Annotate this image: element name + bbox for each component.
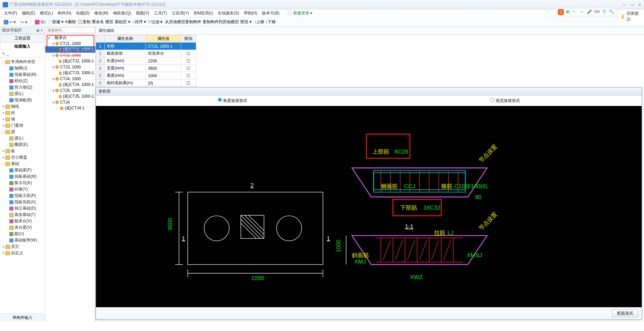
ime-skin-icon[interactable]: 👕 xyxy=(601,9,607,15)
tab-draw-input[interactable]: 绘图输入 xyxy=(0,42,45,50)
component-node[interactable]: ∨CTJ2, 1000 xyxy=(45,53,95,58)
nav-node[interactable]: 筏板主筋(R) xyxy=(1,192,44,199)
nav-node[interactable]: +墙 xyxy=(1,116,44,122)
menu-edit[interactable]: 编辑(E) xyxy=(20,10,37,17)
component-node[interactable]: (底)CTJ2, 1000-1 xyxy=(45,58,95,64)
ime-tool-icon[interactable]: 🔧 xyxy=(609,9,614,15)
component-node[interactable]: (底)CTJ4, 1000-1 xyxy=(45,81,95,88)
property-row[interactable]: 2截面形状矩形承台☐ xyxy=(96,50,196,57)
component-node[interactable]: ∨⛶ 桩承台 xyxy=(45,35,95,41)
nav-node[interactable]: 承台梁(V) xyxy=(1,224,44,231)
nav-node[interactable]: 剪力墙(Q) xyxy=(1,84,44,91)
nav-node[interactable]: 梁(L) xyxy=(1,91,44,97)
menu-floor[interactable]: 楼层(L) xyxy=(38,10,55,17)
move-up-button[interactable]: ↑上移 xyxy=(254,19,264,25)
property-row[interactable]: 6相对底标高(m)(0)☐ xyxy=(96,79,196,87)
move-down-button[interactable]: ↓下移 xyxy=(266,19,276,25)
copy-button[interactable]: 📋复制 xyxy=(77,19,91,25)
ime-voice-icon[interactable]: 🎤 xyxy=(587,9,592,15)
radio-bottom-slope[interactable]: 底宽放坡形式 xyxy=(490,98,520,104)
copy-to-floor-button[interactable]: 复制构件到其他楼层 xyxy=(203,19,239,25)
component-node[interactable]: ∨CTJ3, 1000 xyxy=(45,64,95,70)
nav-node[interactable]: 柱墩(Y) xyxy=(1,186,44,192)
ime-emoji-icon[interactable]: ☺ xyxy=(579,9,585,15)
nav-node[interactable]: 基础板带(W) xyxy=(1,237,44,243)
maximize-button[interactable]: ▭ xyxy=(630,2,634,7)
nav-node[interactable]: 现浇板(B) xyxy=(1,97,44,103)
nav-node[interactable]: +空心楼盖 xyxy=(1,154,44,161)
nav-node[interactable]: +板 xyxy=(1,148,44,154)
nav-node[interactable]: +门窗洞 xyxy=(1,122,44,129)
nav-node[interactable]: −常用构件类型 xyxy=(1,59,44,65)
nav-node[interactable]: 筏板基础(M) xyxy=(1,71,44,78)
minimize-button[interactable]: — xyxy=(622,2,626,7)
nav-node[interactable]: 筏板基础(M) xyxy=(1,173,44,180)
search-input[interactable] xyxy=(46,27,95,33)
nav-node[interactable]: +自定义 xyxy=(1,250,44,256)
copy-from-floor-button[interactable]: 从其他楼层复制构件 xyxy=(165,19,201,25)
floor-select[interactable]: 基础层 ▾ xyxy=(115,19,130,25)
nav-node[interactable]: 独立基础(D) xyxy=(1,205,44,212)
menu-online[interactable]: 在线服务(S) xyxy=(216,10,241,17)
nav-node[interactable]: 框柱(Z) xyxy=(1,78,44,84)
menu-tools[interactable]: 工具(T) xyxy=(152,10,169,17)
nav-node[interactable]: 桩(U) xyxy=(1,231,44,237)
component-node[interactable]: (底)CTJ3, 1000-1 xyxy=(45,70,95,76)
component-node[interactable]: ∨CTJ4, 1000 xyxy=(45,76,95,81)
menu-help[interactable]: 帮助(H) xyxy=(242,10,260,17)
radio-angle-slope[interactable]: 角度放坡形式 xyxy=(218,98,247,104)
menu-view[interactable]: 视图(V) xyxy=(134,10,151,17)
sort-button[interactable]: ↕排序 ▾ xyxy=(133,19,146,25)
menu-bim[interactable]: BIM应用(I) xyxy=(192,10,215,17)
menu-cloud[interactable]: 云应用(Y) xyxy=(170,10,191,17)
menu-file[interactable]: 文件(F) xyxy=(2,10,19,17)
nav-node[interactable]: +其它 xyxy=(1,243,44,250)
nav-node[interactable]: −梁 xyxy=(1,129,44,135)
nav-node[interactable]: 圈梁(E) xyxy=(1,142,44,148)
ime-lang[interactable]: 中 xyxy=(566,9,570,15)
diagram-canvas[interactable]: 2200 3600 2 1 1 上部筋 8C28 xyxy=(96,106,642,307)
tab-engineering[interactable]: 工程设置 xyxy=(0,34,45,42)
ime-punct-icon[interactable]: •, xyxy=(572,9,577,15)
nav-node[interactable]: −基础 xyxy=(1,161,44,167)
component-node[interactable]: ∨CTJ4 xyxy=(45,100,95,105)
component-node[interactable]: ∨CTJ5, 1000 xyxy=(45,88,95,93)
panel-pin-icon[interactable]: ⊕ × xyxy=(36,28,43,33)
nav-node[interactable]: 条形基础(T) xyxy=(1,212,44,218)
nav-node[interactable]: 基础梁(F) xyxy=(1,167,44,173)
menu-rebar[interactable]: 钢筋量(Q) xyxy=(111,10,133,17)
ime-keyboard-icon[interactable]: ⌨ xyxy=(594,9,599,15)
menu-draw[interactable]: 绘图(D) xyxy=(74,10,92,17)
nav-node[interactable]: +轴线 xyxy=(1,103,44,110)
menu-component[interactable]: 构件(N) xyxy=(56,10,73,17)
component-node[interactable]: (底)CTJ4-1 xyxy=(45,105,95,111)
property-row[interactable]: 4宽度(mm)3600☐ xyxy=(96,65,196,72)
rebar-form-button[interactable]: 配筋形式 xyxy=(612,310,638,317)
new-button[interactable]: 📄新建 ▾ xyxy=(47,19,63,25)
undo-button[interactable]: ↩ ▾ xyxy=(2,19,17,25)
rename-button[interactable]: 重命名 xyxy=(92,19,104,25)
close-button[interactable]: ✕ xyxy=(638,2,641,7)
property-row[interactable]: 3长度(mm)2200☐ xyxy=(96,57,196,65)
redo-button[interactable]: ↪ ▾ xyxy=(19,19,29,25)
nav-node[interactable]: 桩承台(V) xyxy=(1,218,44,224)
find-button[interactable]: 查找 ▾ xyxy=(240,19,251,25)
suggestion-button[interactable]: 💡我要建议 xyxy=(618,9,644,23)
nav-node[interactable]: +柱 xyxy=(1,110,44,116)
property-row[interactable]: 1名称CTJ1, 1000-1 xyxy=(96,43,196,50)
menu-version[interactable]: 版本号(B) xyxy=(260,10,281,17)
component-tree[interactable]: ∨⛶ 桩承台∨CTJ1, 1000(底)CTJ1, 1000-1∨CTJ2, 1… xyxy=(45,34,95,322)
nav-node[interactable]: 梁(L) xyxy=(1,135,44,142)
component-node[interactable]: (底)CTJ1, 1000-1 xyxy=(45,46,95,53)
single-component-tab[interactable]: 单构件输入 xyxy=(0,314,45,322)
nav-tool-row[interactable]: ↖ ⎯ xyxy=(0,50,45,57)
component-node[interactable]: ∨CTJ1, 1000 xyxy=(45,41,95,46)
nav-node[interactable]: 轴网(J) xyxy=(1,65,44,71)
property-row[interactable]: 5高度(mm)1000☐ xyxy=(96,72,196,79)
nav-node[interactable]: 集水坑(K) xyxy=(1,180,44,186)
nav-tree[interactable]: −常用构件类型轴网(J)筏板基础(M)框柱(Z)剪力墙(Q)梁(L)现浇板(B)… xyxy=(0,57,45,314)
filter-button[interactable]: ▽过滤 ▾ xyxy=(147,19,162,25)
nav-node[interactable]: 筏板负筋(X) xyxy=(1,199,44,205)
new-change-button[interactable]: 📄 新建变更 ▾ xyxy=(285,10,314,17)
menu-modify[interactable]: 修改(M) xyxy=(92,10,110,17)
